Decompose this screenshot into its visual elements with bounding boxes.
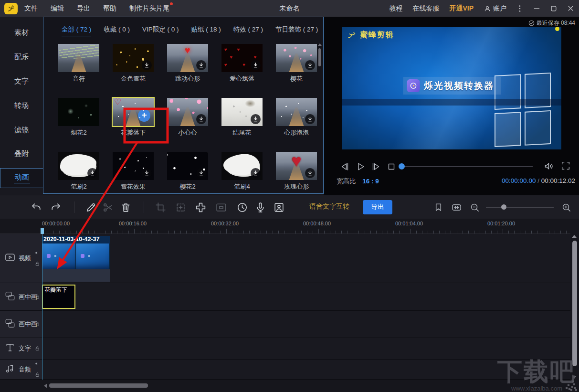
vscroll-down-icon[interactable]	[572, 376, 577, 379]
material-item-爱心飘落[interactable]: 爱心飘落	[221, 44, 263, 83]
road-heart-thumbnail[interactable]	[167, 44, 208, 72]
track-lane-1[interactable]: 2020-11-03-10-42-37	[42, 234, 570, 283]
download-icon[interactable]	[196, 168, 206, 178]
fit-width-icon[interactable]	[448, 199, 464, 215]
vscroll-up-icon[interactable]	[572, 235, 577, 238]
prev-frame-icon[interactable]	[339, 161, 351, 172]
material-item-雪花效果[interactable]: 雪花效果	[113, 152, 154, 191]
sidebar-item-素材[interactable]: 素材	[0, 27, 43, 38]
snow-dots-thumbnail[interactable]	[113, 152, 154, 180]
mosaic-icon[interactable]	[192, 199, 209, 215]
download-icon[interactable]	[142, 168, 152, 178]
track-lane-5[interactable]	[42, 360, 570, 379]
portrait-icon[interactable]	[271, 199, 287, 215]
vscroll-thumb[interactable]	[572, 241, 577, 366]
track-lock-icon[interactable]	[35, 371, 40, 379]
clock-icon[interactable]	[234, 199, 250, 215]
fireworks-thumbnail[interactable]	[58, 98, 99, 126]
vertical-scrollbar[interactable]	[572, 234, 578, 380]
next-frame-icon[interactable]	[370, 161, 381, 172]
zoom-out-icon[interactable]	[466, 199, 483, 215]
timeline-zoom-slider[interactable]	[486, 207, 554, 208]
track-header-视频[interactable]: 视频	[0, 234, 42, 283]
download-icon[interactable]	[305, 168, 315, 178]
track-mute-icon[interactable]	[35, 249, 40, 257]
road-balloons-thumbnail[interactable]	[167, 98, 208, 126]
minimize-icon[interactable]	[533, 5, 540, 12]
material-item-笔刷4[interactable]: 笔刷4	[221, 152, 263, 191]
download-icon[interactable]	[87, 168, 97, 178]
light-scene-thumbnail[interactable]	[221, 98, 263, 126]
road-rose-thumbnail[interactable]	[276, 152, 317, 180]
download-icon[interactable]	[251, 114, 261, 124]
sidebar-item-文字[interactable]: 文字	[0, 76, 43, 86]
horizontal-scrollbar[interactable]	[49, 383, 148, 388]
material-item-笔刷2[interactable]: 笔刷2	[58, 152, 99, 191]
play-icon[interactable]	[355, 161, 366, 172]
tutorial-link[interactable]: 教程	[389, 4, 402, 13]
app-logo-bee-icon[interactable]	[4, 3, 18, 14]
menu-1[interactable]: 文件	[24, 4, 38, 13]
material-item-花瓣落下[interactable]: ♡+花瓣落下	[113, 98, 154, 137]
snow-dots-large-thumbnail[interactable]	[167, 152, 208, 180]
hscroll-left-icon[interactable]	[44, 383, 47, 388]
road-pink-thumbnail[interactable]	[276, 44, 317, 72]
track-lane-2[interactable]: 花瓣落下	[42, 283, 570, 310]
menu-2[interactable]: 编辑	[51, 4, 64, 13]
material-item-樱花2[interactable]: 樱花2	[167, 152, 208, 191]
scrollbar-thumb[interactable]	[318, 48, 321, 66]
tab-1[interactable]: 全部 ( 72 )	[62, 25, 91, 36]
track-lane-3[interactable]	[42, 311, 570, 338]
timeline-zoom-handle[interactable]	[501, 204, 506, 210]
undo-icon[interactable]	[28, 199, 44, 215]
sidebar-item-叠附[interactable]: 叠附	[0, 148, 43, 159]
menu-3[interactable]: 导出	[77, 4, 90, 13]
hearts-black-thumbnail[interactable]	[221, 44, 263, 72]
sidebar-item-转场[interactable]: 转场	[0, 100, 43, 111]
material-item-烟花2[interactable]: 烟花2	[58, 98, 99, 137]
account-button[interactable]: 账户	[484, 4, 506, 13]
bookmark-icon[interactable]	[430, 199, 446, 215]
material-item-小心心[interactable]: 小心心	[167, 98, 208, 137]
download-icon[interactable]	[142, 60, 152, 70]
aspect-ratio-value[interactable]: 16 : 9	[362, 178, 379, 185]
volume-icon[interactable]	[543, 160, 555, 172]
material-item-樱花[interactable]: 樱花	[276, 44, 317, 83]
download-icon[interactable]	[251, 60, 261, 70]
material-item-玫瑰心形[interactable]: 玫瑰心形	[276, 152, 317, 191]
timeline-ruler[interactable]: 00:00:00.0000:00:16.0000:00:32.0000:00:4…	[0, 219, 570, 234]
tab-4[interactable]: 贴纸 ( 18 )	[191, 25, 221, 36]
road-specks-thumbnail[interactable]	[276, 98, 317, 126]
gold-snow-thumbnail[interactable]	[113, 44, 154, 72]
track-header-文字[interactable]: 文字	[0, 338, 42, 359]
sidebar-item-滤镜[interactable]: 滤镜	[0, 125, 43, 135]
download-icon[interactable]	[305, 114, 315, 124]
brush-white-2-thumbnail[interactable]	[221, 152, 263, 180]
material-item-金色雪花[interactable]: 金色雪花	[113, 44, 154, 83]
fullscreen-icon[interactable]	[560, 160, 572, 172]
menu-4[interactable]: 帮助	[103, 4, 116, 13]
edit-pencil-icon[interactable]	[83, 199, 99, 215]
zoom-in-icon[interactable]	[558, 199, 574, 215]
track-header-画中画[interactable]: 画中画	[0, 311, 42, 338]
tab-6[interactable]: 节日装饰 ( 27 )	[275, 25, 318, 36]
menu-5[interactable]: 制作片头片尾	[129, 4, 169, 13]
material-item-结尾花[interactable]: 结尾花	[221, 98, 263, 137]
seek-handle[interactable]	[399, 163, 405, 170]
close-icon[interactable]	[567, 5, 574, 12]
download-icon[interactable]	[196, 114, 206, 124]
video-clip[interactable]: 2020-11-03-10-42-37	[42, 236, 110, 282]
download-icon[interactable]	[251, 168, 261, 178]
add-to-timeline-icon[interactable]: +	[138, 109, 150, 122]
redo-icon[interactable]	[47, 199, 63, 215]
open-vip-button[interactable]: 开通VIP	[449, 4, 474, 13]
material-item-音符[interactable]: 音符	[58, 44, 99, 83]
trash-icon[interactable]	[117, 199, 134, 215]
maximize-icon[interactable]	[550, 5, 557, 12]
stop-icon[interactable]	[386, 161, 397, 172]
track-header-画中画[interactable]: 画中画	[0, 283, 42, 310]
road-music-thumbnail[interactable]	[58, 44, 99, 72]
material-item-跳动心形[interactable]: 跳动心形	[167, 44, 208, 83]
playhead-handle[interactable]	[41, 228, 44, 234]
online-support-link[interactable]: 在线客服	[412, 4, 439, 13]
